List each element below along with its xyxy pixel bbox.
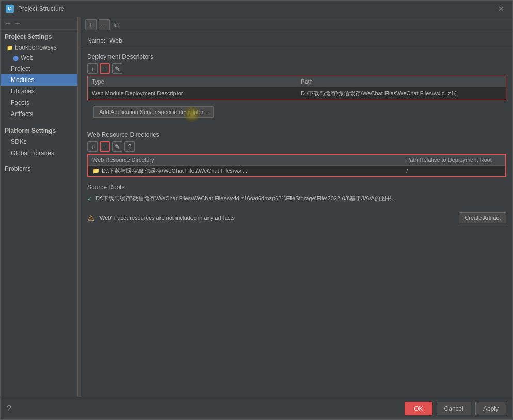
web-resource-section: Web Resource Directories + − ✎ ? Web Res…	[81, 127, 512, 177]
sidebar-item-global-libraries[interactable]: Global Libraries	[1, 148, 77, 159]
table-row[interactable]: Web Module Deployment Descriptor D:\下载与缓…	[88, 87, 506, 100]
back-arrow[interactable]: ←	[5, 19, 12, 27]
path-column-header: Path	[297, 76, 506, 87]
warning-row: ⚠ 'Web' Facet resources are not included…	[81, 208, 512, 228]
name-label: Name:	[87, 37, 105, 44]
footer: ? OK Cancel Apply	[1, 397, 512, 419]
sidebar: ← → Project Settings 📁 bookborrowsys ⬤ W…	[1, 17, 78, 397]
apply-button[interactable]: Apply	[475, 402, 506, 415]
platform-settings-label: Platform Settings	[1, 124, 77, 136]
name-row: Name: Web	[81, 33, 512, 49]
sidebar-tree-project[interactable]: 📁 bookborrowsys	[1, 42, 77, 53]
wr-table-header: Web Resource Directory Path Relative to …	[88, 155, 505, 166]
title-bar: IJ Project Structure ✕	[1, 1, 512, 17]
close-button[interactable]: ✕	[495, 4, 507, 14]
sidebar-item-sdks[interactable]: SDKs	[1, 136, 77, 148]
add-descriptor-area: Add Application Server specific descript…	[87, 103, 506, 121]
sidebar-item-artifacts[interactable]: Artifacts	[1, 108, 77, 120]
project-tree-icon: 📁	[7, 45, 13, 51]
warning-icon: ⚠	[87, 213, 94, 223]
sidebar-item-project[interactable]: Project	[1, 63, 77, 74]
footer-left: ?	[7, 404, 11, 413]
edit-descriptor-button[interactable]: ✎	[112, 63, 122, 74]
descriptor-path: D:\下载与缓存\微信缓存\WeChat Files\WeChat Files\…	[297, 88, 506, 99]
deployment-descriptors-title: Deployment Descriptors	[81, 49, 512, 62]
add-app-server-descriptor-button[interactable]: Add Application Server specific descript…	[93, 106, 214, 118]
ok-button[interactable]: OK	[405, 402, 432, 415]
folder-icon: 📁	[92, 168, 100, 174]
wr-directory-header: Web Resource Directory	[88, 155, 402, 165]
remove-descriptor-button[interactable]: −	[100, 63, 110, 74]
deployment-table-header: Type Path	[88, 76, 506, 87]
sidebar-item-libraries[interactable]: Libraries	[1, 86, 77, 97]
source-roots-title: Source Roots	[87, 184, 506, 193]
footer-buttons: OK Cancel Apply	[405, 402, 506, 415]
project-settings-label: Project Settings	[1, 30, 77, 42]
wr-relative-value: /	[402, 167, 505, 176]
forward-arrow[interactable]: →	[14, 19, 21, 27]
help-web-resource-button[interactable]: ?	[124, 141, 135, 152]
wr-relative-header: Path Relative to Deployment Root	[402, 155, 505, 165]
project-structure-dialog: IJ Project Structure ✕ ← → Project Setti…	[0, 0, 513, 420]
sidebar-item-modules[interactable]: Modules	[1, 74, 77, 86]
wr-directory-value: 📁 D:\下载与缓存\微信缓存\WeChat Files\WeChat File…	[88, 166, 402, 176]
add-descriptor-button[interactable]: +	[87, 63, 98, 74]
main-content: ← → Project Settings 📁 bookborrowsys ⬤ W…	[1, 17, 512, 397]
nav-arrows: ← →	[1, 17, 77, 30]
add-module-button[interactable]: +	[85, 19, 97, 30]
dialog-title: Project Structure	[18, 5, 64, 12]
add-web-resource-button[interactable]: +	[87, 141, 98, 152]
sidebar-item-problems[interactable]: Problems	[1, 163, 77, 174]
edit-web-resource-button[interactable]: ✎	[112, 141, 122, 152]
source-root-item: ✓ D:\下载与缓存\微信缓存\WeChat Files\WeChat File…	[87, 193, 506, 204]
create-artifact-button[interactable]: Create Artifact	[459, 212, 506, 223]
remove-web-resource-button[interactable]: −	[100, 141, 110, 152]
name-value: Web	[109, 37, 122, 44]
web-resource-toolbar: + − ✎ ?	[81, 140, 512, 154]
web-resource-title: Web Resource Directories	[81, 127, 512, 140]
web-resource-table: Web Resource Directory Path Relative to …	[87, 154, 506, 177]
sidebar-tree-web[interactable]: ⬤ Web	[1, 53, 77, 63]
source-roots-section: Source Roots ✓ D:\下载与缓存\微信缓存\WeChat File…	[81, 184, 512, 204]
sidebar-item-facets[interactable]: Facets	[1, 97, 77, 108]
top-toolbar: + − ⧉	[81, 17, 512, 33]
type-column-header: Type	[88, 76, 297, 87]
descriptor-type: Web Module Deployment Descriptor	[88, 89, 297, 98]
wr-table-row[interactable]: 📁 D:\下载与缓存\微信缓存\WeChat Files\WeChat File…	[88, 166, 505, 176]
content-area: + − ⧉ Name: Web Deployment Descriptors +…	[81, 17, 512, 397]
source-root-path: D:\下载与缓存\微信缓存\WeChat Files\WeChat Files\…	[95, 195, 396, 202]
cancel-button[interactable]: Cancel	[437, 402, 471, 415]
deployment-toolbar: + − ✎	[81, 62, 512, 76]
warning-text: 'Web' Facet resources are not included i…	[99, 215, 455, 221]
deployment-descriptors-table: Type Path Web Module Deployment Descript…	[87, 76, 506, 100]
copy-module-button[interactable]: ⧉	[112, 20, 121, 30]
module-icon: ⬤	[13, 55, 19, 61]
remove-module-button[interactable]: −	[99, 19, 110, 30]
section-container: Deployment Descriptors + − ✎ Type Path W…	[81, 49, 512, 397]
app-icon: IJ	[6, 5, 14, 13]
checkmark-icon: ✓	[87, 195, 92, 202]
help-button[interactable]: ?	[7, 404, 11, 413]
title-bar-left: IJ Project Structure	[6, 5, 64, 13]
